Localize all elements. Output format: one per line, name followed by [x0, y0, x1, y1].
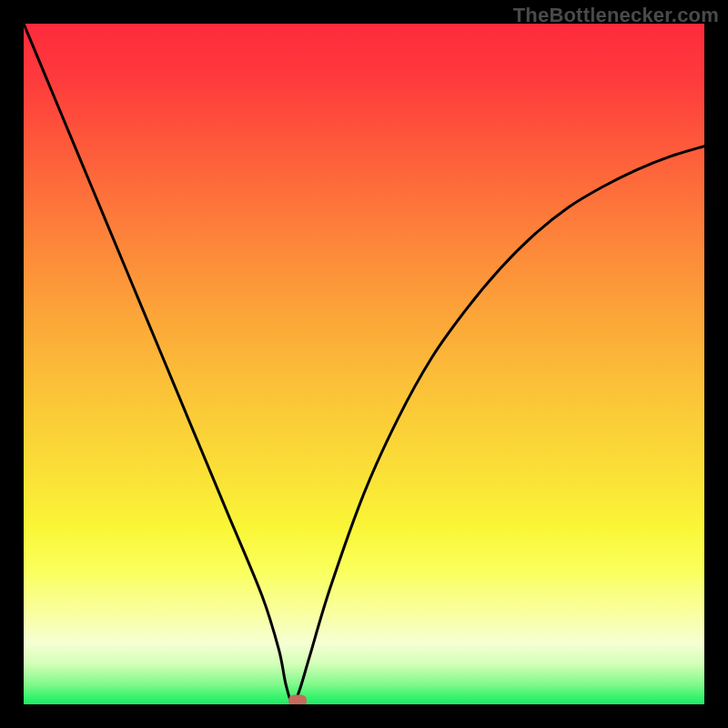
watermark-text: TheBottlenecker.com — [513, 4, 719, 27]
bottleneck-curve — [24, 24, 704, 704]
plot-area — [24, 24, 704, 704]
curve-path — [24, 24, 704, 704]
chart-frame: TheBottlenecker.com — [0, 0, 728, 728]
optimal-point-marker — [288, 695, 307, 704]
